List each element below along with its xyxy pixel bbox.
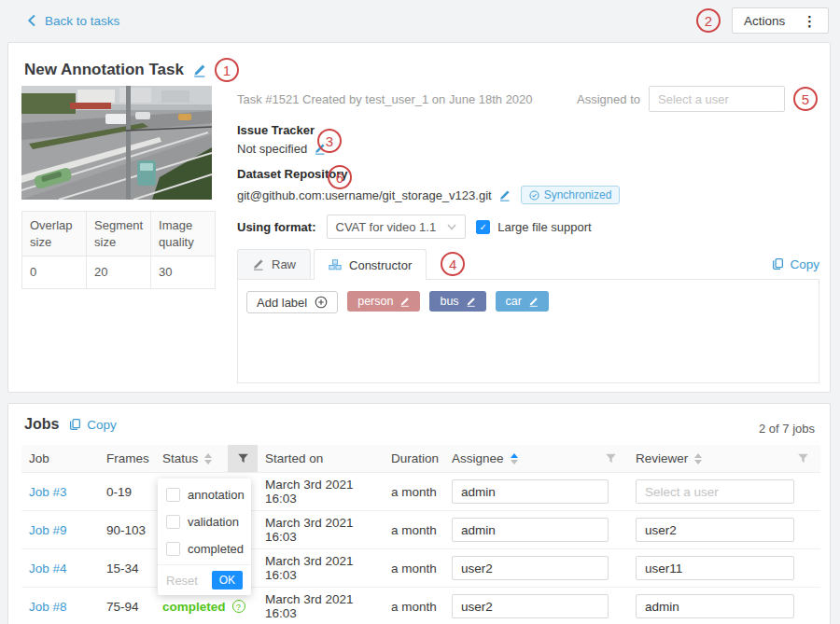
filter-option-completed[interactable]: completed [158,535,251,562]
assignee-input[interactable] [452,479,609,504]
filter-reset-button[interactable]: Reset [166,574,198,588]
issue-tracker-label: Issue Tracker [237,123,326,137]
checkbox-icon[interactable] [166,515,180,529]
jobs-copy-label: Copy [87,418,117,432]
dataset-repository-url: git@github.com:username/git_storage_v123… [237,188,492,202]
task-params-table: Overlap size Segment size Image quality … [21,211,216,289]
using-format-label: Using format: [237,220,316,234]
edit-label-icon[interactable] [528,297,539,307]
reviewer-input[interactable] [636,594,794,618]
checkbox-icon[interactable] [166,488,180,502]
started-cell: March 3rd 2021 16:03 [258,554,384,582]
check-circle-icon [529,190,539,201]
back-to-tasks-link[interactable]: Back to tasks [26,14,119,28]
labels-copy-button[interactable]: Copy [772,257,819,271]
filter-ok-button[interactable]: OK [212,571,243,589]
sort-carets-status[interactable] [204,453,212,465]
format-select[interactable]: CVAT for video 1.1 [327,215,467,239]
jobs-table-header: Job Frames Status Started on Duration As… [21,445,820,473]
duration-cell: a month [384,562,444,575]
label-chip-car[interactable]: car [496,291,549,312]
sort-carets-reviewer[interactable] [694,453,702,465]
filter-option-validation[interactable]: validation [158,508,251,535]
reviewer-filter-icon[interactable] [797,452,809,465]
param-value-segment: 20 [87,257,151,289]
reviewer-input[interactable] [636,518,794,542]
tab-constructor[interactable]: Constructor [314,249,427,280]
edit-icon [252,258,264,270]
assigned-to-input[interactable] [649,86,785,112]
add-label-text: Add label [257,296,307,310]
constructor-icon [329,258,342,271]
question-circle-icon[interactable]: ? [232,600,245,613]
started-cell: March 3rd 2021 16:03 [258,592,384,620]
job-link[interactable]: Job #9 [29,523,67,537]
copy-icon [69,418,81,431]
sync-status-badge: Synchronized [521,186,621,204]
jobs-copy-button[interactable]: Copy [69,418,117,432]
reviewer-input[interactable] [636,556,794,580]
labels-constructor-panel: Add label person bus [237,280,819,383]
task-title: New Annotation Task [24,61,184,79]
actions-button[interactable]: Actions ⋮ [732,7,829,34]
col-assignee[interactable]: Assignee [444,445,628,472]
col-reviewer[interactable]: Reviewer [628,445,820,472]
job-link[interactable]: Job #4 [29,562,67,575]
back-to-tasks-label: Back to tasks [45,14,119,28]
edit-repository-icon[interactable] [498,189,511,201]
duration-cell: a month [384,600,444,614]
assignee-input[interactable] [452,518,609,542]
copy-icon [772,257,784,270]
edit-label-icon[interactable] [466,297,476,307]
add-label-button[interactable]: Add label [246,291,338,313]
duration-cell: a month [384,523,444,537]
checkbox-checked-icon: ✓ [476,220,490,234]
job-link[interactable]: Job #3 [29,485,67,499]
sync-badge-label: Synchronized [544,188,612,201]
status-filter-button[interactable] [228,445,258,472]
callout-3: 3 [317,129,342,153]
labels-tabbar: Raw Constructor 4 Copy [237,249,819,280]
assignee-filter-icon[interactable] [605,452,617,465]
job-row: Job #9 90-103 March 3rd 2021 16:03 a mon… [21,511,820,549]
status-cell: completed ? [155,600,258,614]
topbar: Back to tasks 2 Actions ⋮ [0,0,840,41]
task-meta: Task #1521 Created by test_user_1 on Jun… [237,92,533,106]
param-value-quality: 30 [151,257,216,289]
param-header-quality: Image quality [151,212,216,257]
label-chip-person-name: person [357,295,393,308]
sort-carets-assignee[interactable] [511,453,518,465]
duration-cell: a month [384,485,444,499]
label-chip-person[interactable]: person [347,291,420,312]
callout-6: 6 [328,165,352,189]
large-file-label: Large file support [497,220,591,234]
label-chip-bus[interactable]: bus [429,291,485,312]
status-filter-dropdown: annotation validation completed Reset OK [158,478,251,595]
started-cell: March 3rd 2021 16:03 [258,516,384,544]
frames-cell: 75-94 [99,600,155,614]
edit-label-icon[interactable] [399,297,410,307]
assignee-input[interactable] [452,556,609,580]
jobs-table: Job Frames Status Started on Duration As… [21,445,820,624]
jobs-card: Jobs Copy 2 of 7 jobs Job Frames Status [7,403,831,624]
col-frames: Frames [99,445,155,472]
frames-cell: 90-103 [99,523,155,537]
edit-title-icon[interactable] [192,63,206,77]
param-header-overlap: Overlap size [22,212,87,257]
large-file-checkbox[interactable]: ✓ Large file support [476,220,591,234]
checkbox-icon[interactable] [166,542,180,556]
col-status[interactable]: Status [155,445,228,472]
frames-cell: 15-34 [99,562,155,575]
task-thumbnail-image [21,86,212,200]
param-header-segment: Segment size [87,212,151,257]
filter-option-annotation[interactable]: annotation [158,481,251,508]
format-select-value: CVAT for video 1.1 [336,220,437,234]
callout-2: 2 [696,8,721,33]
task-detail-card: New Annotation Task 1 [7,42,831,393]
jobs-count: 2 of 7 jobs [759,422,815,436]
assignee-input[interactable] [452,594,609,618]
reviewer-input[interactable] [636,479,794,504]
job-link[interactable]: Job #8 [29,600,67,614]
tab-raw[interactable]: Raw [237,249,311,279]
started-cell: March 3rd 2021 16:03 [258,478,384,506]
